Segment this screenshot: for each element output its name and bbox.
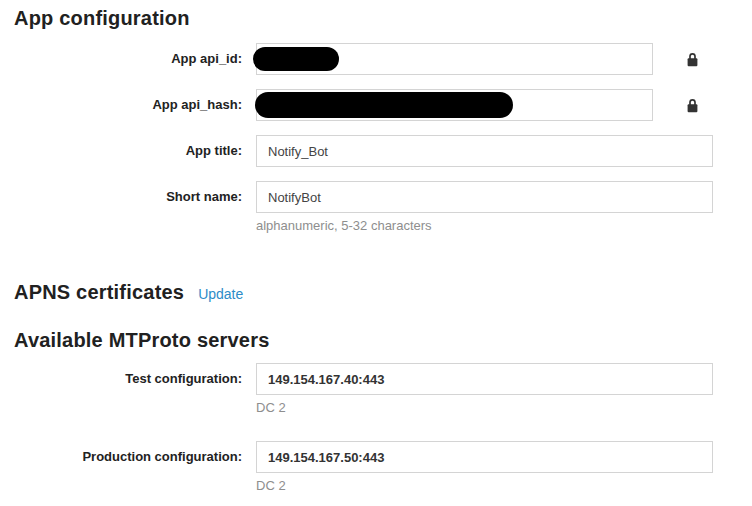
form-row-production-configuration: Production configuration: DC 2: [0, 441, 752, 494]
redacted-api-hash-value: [255, 92, 513, 118]
mtproto-servers-heading: Available MTProto servers: [14, 330, 752, 350]
app-title-input[interactable]: [256, 135, 713, 167]
form-row-api-id: App api_id:: [0, 43, 752, 75]
apns-certificates-heading: APNS certificates: [14, 282, 184, 302]
production-configuration-input[interactable]: [256, 441, 713, 473]
test-configuration-label: Test configuration:: [0, 363, 256, 395]
app-configuration-heading: App configuration: [14, 8, 752, 28]
apns-update-link[interactable]: Update: [198, 286, 243, 302]
production-configuration-hint: DC 2: [256, 478, 752, 494]
apns-heading-row: APNS certificates Update: [14, 282, 752, 302]
app-configuration-page: App configuration App api_id: App api_ha…: [0, 0, 752, 506]
form-row-test-configuration: Test configuration: DC 2: [0, 363, 752, 416]
production-configuration-label: Production configuration:: [0, 441, 256, 473]
form-row-api-hash: App api_hash:: [0, 89, 752, 121]
short-name-input[interactable]: [256, 181, 713, 213]
short-name-label: Short name:: [0, 181, 256, 213]
test-configuration-hint: DC 2: [256, 400, 752, 416]
api-id-label: App api_id:: [0, 43, 256, 75]
form-row-app-title: App title:: [0, 135, 752, 167]
redacted-api-id-value: [253, 47, 339, 71]
api-hash-label: App api_hash:: [0, 89, 256, 121]
test-configuration-input[interactable]: [256, 363, 713, 395]
form-row-short-name: Short name: alphanumeric, 5-32 character…: [0, 181, 752, 234]
lock-icon: [686, 98, 699, 113]
short-name-hint: alphanumeric, 5-32 characters: [256, 218, 752, 234]
lock-icon: [686, 52, 699, 67]
app-title-label: App title:: [0, 135, 256, 167]
